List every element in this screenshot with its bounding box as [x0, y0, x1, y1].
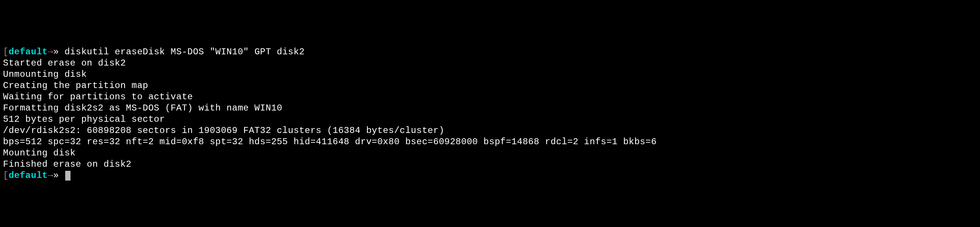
- command-text: diskutil eraseDisk MS-DOS "WIN10" GPT di…: [64, 47, 305, 57]
- output-line: Started erase on disk2: [3, 58, 977, 69]
- prompt-arrow-icon: →: [48, 170, 53, 181]
- prompt-line: [default→»: [3, 170, 977, 181]
- output-line: 512 bytes per physical sector: [3, 114, 977, 125]
- prompt-user: default: [9, 47, 48, 57]
- output-line: Mounting disk: [3, 148, 977, 159]
- output-line: Waiting for partitions to activate: [3, 91, 977, 103]
- command-line: [default→» diskutil eraseDisk MS-DOS "WI…: [3, 46, 977, 58]
- prompt-bracket-open: [: [3, 170, 9, 181]
- output-line: Formatting disk2s2 as MS-DOS (FAT) with …: [3, 103, 977, 114]
- prompt-bracket-open: [: [3, 47, 9, 57]
- prompt-chevron-icon: »: [53, 47, 59, 57]
- prompt-arrow-icon: →: [48, 47, 53, 57]
- prompt-user: default: [9, 170, 48, 181]
- output-line: Finished erase on disk2: [3, 159, 977, 170]
- output-line: Creating the partition map: [3, 80, 977, 91]
- output-line: bps=512 spc=32 res=32 nft=2 mid=0xf8 spt…: [3, 137, 977, 148]
- cursor-icon: [65, 171, 70, 181]
- terminal-output[interactable]: [default→» diskutil eraseDisk MS-DOS "WI…: [3, 46, 977, 181]
- output-line: /dev/rdisk2s2: 60898208 sectors in 19030…: [3, 125, 977, 137]
- prompt-chevron-icon: »: [53, 170, 59, 181]
- output-line: Unmounting disk: [3, 69, 977, 80]
